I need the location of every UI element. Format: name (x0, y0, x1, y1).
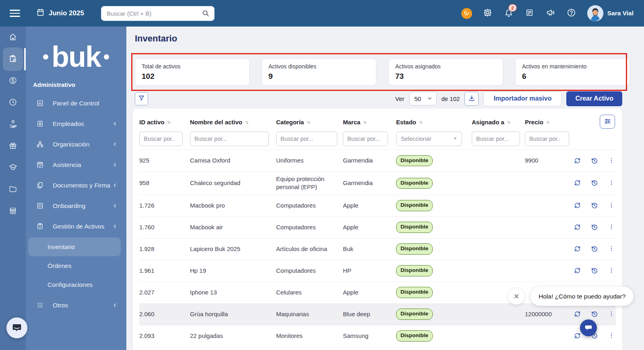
row-refresh-button[interactable] (573, 179, 582, 187)
rail-benefits-button[interactable] (0, 113, 26, 135)
column-header-category[interactable]: Categoría↑↓ (276, 119, 343, 126)
filter-id-input[interactable] (139, 132, 183, 146)
period-selector[interactable]: Junio 2025 (36, 8, 84, 19)
row-refresh-button[interactable] (573, 245, 582, 253)
rail-rewards-button[interactable] (0, 135, 26, 157)
chevron-left-icon (112, 121, 118, 126)
sidebar-item-onboarding[interactable]: Onboarding (26, 196, 126, 216)
rail-marketplace-button[interactable] (0, 200, 26, 222)
cell-id: 925 (139, 153, 190, 168)
row-history-button[interactable] (590, 179, 599, 187)
calendar-check-icon (36, 161, 44, 169)
row-refresh-button[interactable] (573, 331, 582, 340)
status-badge: Disponible (396, 155, 433, 166)
row-more-button[interactable] (607, 310, 615, 319)
sidebar-item-organizacion[interactable]: Organización (26, 134, 126, 154)
row-more-button[interactable] (607, 156, 615, 165)
filter-name-input[interactable] (190, 132, 269, 146)
sidebar-item-gestion-de-activos[interactable]: Gestión de Activos (26, 216, 126, 237)
filter-status-select[interactable]: Seleccionar (396, 132, 462, 146)
row-refresh-button[interactable] (573, 201, 582, 210)
row-more-button[interactable] (607, 223, 615, 232)
row-actions (573, 307, 618, 322)
sidebar-subitem-ordenes[interactable]: Órdenes (26, 256, 126, 275)
row-more-button[interactable] (607, 266, 615, 275)
buk-assistant-button[interactable] (461, 8, 472, 19)
column-header-id[interactable]: ID activo↑↓ (139, 119, 190, 126)
row-history-button[interactable] (590, 245, 599, 253)
cell-brand: Garmendia (343, 153, 396, 168)
row-refresh-button[interactable] (573, 223, 582, 232)
row-refresh-button[interactable] (573, 156, 582, 165)
download-icon (468, 95, 475, 103)
filter-price-input[interactable] (525, 132, 569, 146)
document-icon (525, 8, 534, 18)
row-refresh-button[interactable] (573, 310, 582, 319)
row-actions (573, 153, 618, 169)
column-header-price[interactable]: Precio↑↓ (525, 119, 573, 126)
sidebar-item-panel-de-control[interactable]: Panel de Control (26, 93, 126, 113)
export-button[interactable] (464, 92, 479, 106)
cell-name: 22 pulgadas (190, 329, 276, 343)
funnel-icon (138, 95, 145, 103)
cell-price (525, 224, 573, 231)
dashboard-icon (36, 99, 44, 107)
notifications-button[interactable]: 2 (504, 8, 514, 19)
global-search-input[interactable] (101, 6, 215, 21)
rail-payroll-button[interactable] (0, 70, 26, 92)
status-badge: Disponible (396, 200, 433, 211)
messenger-launcher-button[interactable] (6, 317, 27, 338)
rail-home-button[interactable] (0, 27, 26, 48)
chat-dismiss-button[interactable]: ✕ (508, 288, 524, 305)
create-asset-button[interactable]: Crear Activo (566, 91, 622, 106)
filter-assigned-input[interactable] (472, 132, 520, 146)
sidebar-item-empleados[interactable]: Empleados (26, 113, 126, 134)
row-history-button[interactable] (590, 310, 599, 319)
rail-files-button[interactable] (0, 179, 26, 200)
help-button[interactable] (566, 8, 577, 19)
row-history-button[interactable] (590, 201, 599, 210)
filter-brand-input[interactable] (343, 132, 388, 146)
column-settings-button[interactable] (600, 115, 615, 129)
row-more-button[interactable] (607, 245, 615, 253)
row-history-button[interactable] (590, 156, 599, 165)
cell-status: Disponible (396, 197, 472, 214)
cell-id: 2.093 (139, 329, 190, 343)
sidebar-subitem-configuraciones[interactable]: Configuraciones (26, 275, 126, 294)
row-more-button[interactable] (607, 201, 615, 210)
stat-label: Activos en mantenimiento (522, 63, 623, 70)
row-more-button[interactable] (607, 331, 615, 340)
row-history-button[interactable] (590, 266, 599, 275)
filter-button[interactable] (135, 92, 148, 105)
announcements-button[interactable] (545, 8, 556, 19)
row-history-button[interactable] (590, 223, 599, 232)
cell-status: Disponible (396, 327, 472, 344)
settings-button[interactable] (483, 8, 493, 19)
chat-greeting-bubble[interactable]: Hola! ¿Cómo te puedo ayudar? (530, 287, 634, 306)
row-more-button[interactable] (607, 179, 615, 187)
column-header-status[interactable]: Estado↑↓ (396, 119, 472, 126)
chat-fab-button[interactable] (580, 319, 597, 336)
rail-assets-button[interactable] (0, 48, 26, 70)
column-header-assigned[interactable]: Asignado a↑↓ (472, 119, 525, 126)
user-menu[interactable]: Sara Vial (587, 5, 634, 21)
cell-name: Hp 19 (190, 264, 276, 278)
page-size-select[interactable]: 50 (409, 92, 437, 105)
cell-id: 2.027 (139, 285, 190, 300)
column-header-brand[interactable]: Marca↑↓ (343, 119, 396, 126)
rail-training-button[interactable] (0, 157, 26, 179)
hamburger-menu-button[interactable] (10, 10, 20, 17)
rail-time-button[interactable] (0, 92, 26, 113)
row-refresh-button[interactable] (573, 266, 582, 275)
filter-category-input[interactable] (276, 132, 337, 146)
bulk-import-button[interactable]: Importador masivo (483, 91, 561, 106)
news-button[interactable] (524, 8, 535, 19)
sidebar: buk Administrativo Panel de Control Empl… (26, 27, 126, 350)
sidebar-subitem-inventario[interactable]: Inventario (28, 237, 121, 256)
sidebar-item-otros[interactable]: Otros (26, 295, 126, 315)
sidebar-item-asistencia[interactable]: Asistencia (26, 154, 126, 175)
sidebar-item-documentos-y-firma[interactable]: Documentos y Firma (26, 175, 126, 196)
column-header-name[interactable]: Nombre del activo↑↓ (190, 119, 276, 126)
status-badge: Disponible (396, 178, 433, 189)
row-actions (573, 263, 618, 278)
